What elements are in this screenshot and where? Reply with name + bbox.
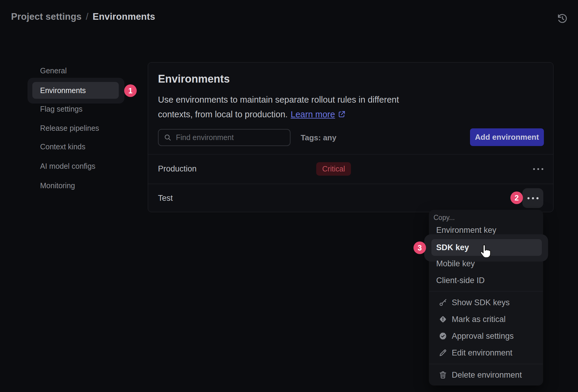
- breadcrumb-separator: /: [86, 11, 89, 22]
- sidebar-item-context-kinds[interactable]: Context kinds: [40, 142, 85, 151]
- menu-item-environment-key[interactable]: Environment key: [436, 226, 496, 235]
- menu-section-label: Copy...: [433, 214, 455, 222]
- alert-diamond-icon: [439, 315, 447, 324]
- annotation-step-3-badge: 3: [413, 241, 426, 254]
- menu-item-client-side-id[interactable]: Client-side ID: [436, 276, 485, 285]
- panel-description: Use environments to maintain separate ro…: [158, 92, 399, 122]
- breadcrumb: Project settings/Environments: [11, 11, 155, 22]
- environment-row-test: Test: [148, 184, 553, 212]
- sidebar-item-environments[interactable]: Environments: [32, 82, 119, 99]
- environment-search: [158, 129, 290, 146]
- add-environment-button[interactable]: Add environment: [470, 128, 544, 146]
- app-root: { "page": { "breadcrumb_section": "Proje…: [0, 0, 578, 392]
- tags-filter[interactable]: Tags: any: [301, 133, 336, 142]
- menu-divider: [429, 364, 543, 364]
- sidebar-item-general[interactable]: General: [40, 66, 67, 75]
- menu-item-label: Mark as critical: [452, 315, 506, 324]
- menu-item-mobile-key[interactable]: Mobile key: [436, 259, 475, 268]
- history-button[interactable]: [555, 11, 570, 26]
- key-icon: [439, 298, 447, 307]
- menu-item-label: Edit environment: [452, 348, 512, 358]
- annotation-step-2-badge: 2: [510, 192, 523, 204]
- search-icon: [164, 133, 172, 142]
- search-input[interactable]: [176, 133, 290, 142]
- sidebar-item-release-pipelines[interactable]: Release pipelines: [40, 124, 99, 133]
- breadcrumb-project-settings[interactable]: Project settings: [11, 11, 82, 22]
- sidebar-item-flag-settings[interactable]: Flag settings: [40, 105, 83, 113]
- description-line-2: contexts, from local to production.: [158, 110, 288, 119]
- menu-item-mark-as-critical[interactable]: Mark as critical: [439, 315, 506, 324]
- sidebar-item-ai-model-configs[interactable]: AI model configs: [40, 162, 95, 171]
- approval-seal-icon: [439, 332, 447, 341]
- environment-name: Production: [158, 164, 197, 174]
- overflow-menu-button-test[interactable]: [522, 188, 543, 208]
- learn-more-link[interactable]: Learn more: [291, 110, 335, 119]
- panel-title: Environments: [158, 73, 230, 85]
- environment-name: Test: [158, 194, 173, 203]
- sidebar-item-monitoring[interactable]: Monitoring: [40, 181, 75, 190]
- environments-panel: Environments Use environments to maintai…: [148, 62, 553, 212]
- critical-status-badge: Critical: [316, 162, 351, 176]
- menu-item-delete-environment[interactable]: Delete environment: [439, 370, 522, 380]
- annotation-step-1-badge: 1: [124, 84, 137, 97]
- menu-item-label: Show SDK keys: [452, 298, 510, 307]
- description-line-1: Use environments to maintain separate ro…: [158, 95, 399, 104]
- overflow-menu-button-production[interactable]: [533, 168, 543, 170]
- breadcrumb-current-page: Environments: [93, 11, 155, 22]
- sidebar-item-label: Environments: [40, 86, 86, 95]
- menu-item-show-sdk-keys[interactable]: Show SDK keys: [439, 298, 510, 307]
- external-link-icon: [338, 110, 346, 118]
- pencil-icon: [439, 349, 447, 357]
- menu-item-label: Approval settings: [452, 332, 514, 341]
- menu-divider: [429, 291, 543, 291]
- environment-context-menu: Copy... Environment key SDK key Mobile k…: [429, 210, 543, 385]
- menu-item-approval-settings[interactable]: Approval settings: [439, 332, 514, 341]
- menu-item-label: Delete environment: [452, 370, 522, 380]
- environment-row-production: Production Critical: [148, 154, 553, 184]
- menu-item-label: SDK key: [436, 243, 469, 252]
- menu-item-sdk-key[interactable]: SDK key: [431, 239, 542, 256]
- history-icon: [556, 13, 568, 25]
- menu-item-edit-environment[interactable]: Edit environment: [439, 348, 512, 358]
- trash-icon: [439, 371, 447, 379]
